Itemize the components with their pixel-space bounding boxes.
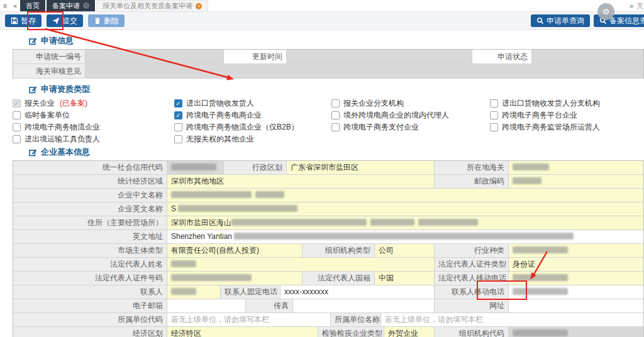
parent-code-value[interactable]: 若无上级单位，请勿填写本栏 <box>167 313 331 326</box>
checkbox-cbec-ecommerce[interactable]: ✓ 跨境电子商务电商企业 <box>174 109 331 121</box>
checkbox-icon <box>174 135 182 143</box>
tab-label: 首页 <box>26 1 40 11</box>
masked-value <box>171 163 216 170</box>
economic-zone-value[interactable]: 经济特区 <box>167 327 318 337</box>
masked-value <box>178 205 297 212</box>
field-label: 组织机构类型 <box>303 244 375 257</box>
masked-value <box>513 274 568 281</box>
market-type-value[interactable]: 有限责任公司(自然人投资) <box>167 244 303 257</box>
table-row: 所属单位代码 若无上级单位，请勿填写本栏 所属单位名称 若无上级单位，请勿填写本… <box>13 313 643 327</box>
checkbox-customs-broker[interactable]: ✓ 报关企业 (已备案) <box>13 97 174 109</box>
postcode-value[interactable] <box>509 175 643 188</box>
checkbox-consignee-consignor[interactable]: ✓ 进出口货物收发货人 <box>174 97 331 109</box>
app-window: ≡ « 首页 备案申请 × 报关单位及相关资质备案申请 × » 关 ⚙ 暂存 提… <box>0 0 644 337</box>
checkbox-icon <box>490 111 498 119</box>
district-value[interactable]: 广东省深圳市盐田区 <box>287 161 435 174</box>
toolbar-right: 申请单查询 备案信息查询 <box>531 14 639 27</box>
legal-name-value[interactable] <box>167 258 435 271</box>
checkbox-other-no-declare[interactable]: 无报关权的其他企业 <box>174 133 331 145</box>
checkbox-broker-branch[interactable]: 报关企业分支机构 <box>331 97 490 109</box>
collapse-tabs-icon[interactable]: « <box>10 0 20 11</box>
org-type-value[interactable]: 公司 <box>375 244 435 257</box>
paper-plane-icon <box>52 17 60 25</box>
region-value[interactable]: 深圳市其他地区 <box>167 175 435 188</box>
email-value[interactable] <box>167 299 246 312</box>
masked-value <box>231 219 367 226</box>
checkbox-checked-icon: ✓ <box>174 99 182 108</box>
field-label: 网址 <box>435 299 509 312</box>
field-label: 市场主体类型 <box>13 244 167 257</box>
field-label: 更新时间 <box>224 50 287 64</box>
en-address-value[interactable]: Shenzhen Yantian <box>167 230 643 243</box>
hamburger-menu-icon[interactable]: ≡ <box>0 0 10 11</box>
search-icon <box>536 17 544 25</box>
parent-name-value[interactable]: 若无上级单位，请勿填写本栏 <box>381 313 643 326</box>
delete-button[interactable]: 删除 <box>88 14 125 27</box>
table-row: 市场主体类型 有限责任公司(自然人投资) 组织机构类型 公司 行业种类 <box>13 244 643 258</box>
checkbox-label: 境外跨境电商企业的境内代理人 <box>343 110 449 121</box>
checkbox-label: 临时备案单位 <box>25 110 70 121</box>
legal-cert-no-value[interactable] <box>167 272 303 285</box>
application-query-button[interactable]: 申请单查询 <box>531 14 590 27</box>
edit-section-icon <box>29 37 37 45</box>
submit-button[interactable]: 提交 <box>47 14 83 27</box>
org-code-value <box>509 327 643 337</box>
masked-value <box>255 191 284 198</box>
checkbox-overseas-agent[interactable]: 境外跨境电商企业的境内代理人 <box>331 109 490 121</box>
qual-column-4: 进出口货物收发货人分支机构 跨境电子商务平台企业 跨境电子商务监管场所运营人 <box>490 97 644 145</box>
checkbox-cbec-platform[interactable]: 跨境电子商务平台企业 <box>490 109 644 121</box>
expand-tabs-icon[interactable]: » <box>626 0 636 11</box>
field-label: 所属单位代码 <box>13 313 167 326</box>
table-row: 法定代表人证件号码 法定代表人国籍 中国 法定代表人移动电话 <box>13 272 643 285</box>
legal-cert-type-value[interactable]: 身份证 <box>509 258 643 271</box>
checkbox-label: 报关企业 <box>25 98 55 109</box>
floating-assistant-widget[interactable]: ⚙ <box>597 3 614 20</box>
contact-tel-value[interactable]: xxxx-xxxxxxx <box>280 285 435 299</box>
nationality-value[interactable]: 中国 <box>375 272 435 285</box>
company-cn-name-value[interactable] <box>167 189 643 202</box>
table-row: 企业中文名称 <box>13 189 643 202</box>
tab-filing-application[interactable]: 备案申请 × <box>47 0 95 11</box>
masked-value <box>513 177 541 184</box>
contact-mobile-value[interactable] <box>509 285 643 299</box>
customs-value[interactable] <box>509 161 643 174</box>
save-draft-button[interactable]: 暂存 <box>5 14 42 27</box>
field-label: 经济区划 <box>13 327 167 337</box>
contact-value[interactable] <box>167 285 221 299</box>
application-query-label: 申请单查询 <box>547 16 584 26</box>
section-title-text: 申请资质类型 <box>41 84 90 95</box>
legal-mobile-value[interactable] <box>509 272 643 285</box>
field-label: 联系人固定电话 <box>221 285 280 299</box>
close-tab-icon[interactable]: × <box>196 3 202 9</box>
website-value[interactable] <box>509 299 643 312</box>
field-label: 统一社会信用代码 <box>13 161 167 174</box>
ciq-type-value[interactable]: 外贸企业 <box>384 327 435 337</box>
field-label: 电子邮箱 <box>13 299 167 312</box>
table-row: 电子邮箱 传真 网址 <box>13 299 643 313</box>
save-draft-label: 暂存 <box>21 16 36 26</box>
trash-icon <box>94 17 101 25</box>
address-value[interactable]: 深圳市盐田区海山 <box>167 216 643 229</box>
record-info-query-label: 备案信息查询 <box>609 16 644 26</box>
industry-value[interactable] <box>509 244 643 257</box>
checkbox-icon <box>490 99 498 108</box>
checkbox-cbec-logistics-b2b[interactable]: 跨境电子商务物流企业（仅B2B） <box>174 121 331 133</box>
close-tab-icon[interactable]: × <box>83 3 89 9</box>
customs-review-value <box>86 64 643 78</box>
checkbox-transport-leader[interactable]: 进出境运输工具负责人 <box>13 133 174 145</box>
masked-value <box>234 233 574 240</box>
checkbox-consignee-branch[interactable]: 进出口货物收发货人分支机构 <box>490 97 644 109</box>
checkbox-temporary-unit[interactable]: 临时备案单位 <box>13 109 174 121</box>
tab-customs-unit-qualification[interactable]: 报关单位及相关资质备案申请 × <box>96 0 208 11</box>
checkbox-cbec-payment[interactable]: 跨境电子商务支付企业 <box>331 121 490 133</box>
fax-value[interactable] <box>293 299 435 312</box>
checkbox-label: 跨境电子商务电商企业 <box>186 110 262 121</box>
field-label: 申请统一编号 <box>13 50 86 64</box>
field-label: 行业种类 <box>435 244 509 257</box>
tab-home[interactable]: 首页 <box>20 0 45 11</box>
checkbox-cbec-supervision-site[interactable]: 跨境电子商务监管场所运营人 <box>490 121 644 133</box>
field-label: 海关审核意见 <box>13 64 86 78</box>
tab-label: 报关单位及相关资质备案申请 <box>103 1 192 11</box>
checkbox-cbec-logistics[interactable]: 跨境电子商务物流企业 <box>13 121 174 133</box>
company-en-name-value[interactable]: S <box>167 202 643 216</box>
